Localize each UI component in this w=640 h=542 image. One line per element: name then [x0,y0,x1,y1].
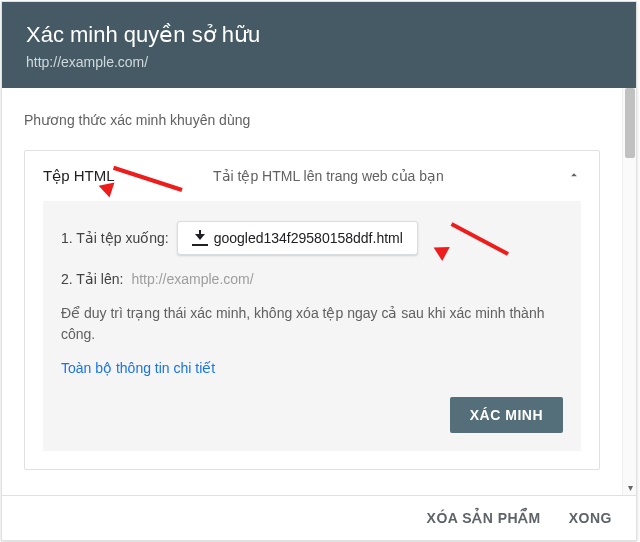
vertical-scrollbar[interactable]: ▾ [622,88,636,495]
verify-button[interactable]: XÁC MINH [450,397,563,433]
html-file-method-panel: Tệp HTML Tải tệp HTML lên trang web của … [24,150,600,470]
dialog-header: Xác minh quyền sở hữu http://example.com… [2,2,636,88]
step-2: 2. Tải lên: http://example.com/ [61,271,563,287]
step-1-label: 1. Tải tệp xuống: [61,230,169,246]
body-wrap: Phương thức xác minh khuyên dùng Tệp HTM… [2,88,636,495]
dialog-site-url: http://example.com/ [26,54,612,70]
dialog-body: Phương thức xác minh khuyên dùng Tệp HTM… [2,88,622,495]
method-panel-wrapper: Tệp HTML Tải tệp HTML lên trang web của … [24,150,600,470]
panel-title: Tệp HTML [43,167,213,185]
panel-header[interactable]: Tệp HTML Tải tệp HTML lên trang web của … [25,151,599,201]
download-filename: googled134f29580158ddf.html [214,230,403,246]
dialog-footer: XÓA SẢN PHẨM XONG [2,495,636,540]
download-icon [192,230,208,246]
panel-subtitle: Tải tệp HTML lên trang web của bạn [213,168,567,184]
scrollbar-thumb[interactable] [625,88,635,158]
full-details-link[interactable]: Toàn bộ thông tin chi tiết [61,360,215,376]
scroll-down-icon[interactable]: ▾ [625,482,635,493]
step-2-label: 2. Tải lên: [61,271,123,287]
chevron-up-icon [567,168,581,185]
upload-target-url: http://example.com/ [131,271,253,287]
keep-file-note: Để duy trì trạng thái xác minh, không xó… [61,303,563,345]
step-1: 1. Tải tệp xuống: googled134f29580158ddf… [61,221,563,255]
dialog-title: Xác minh quyền sở hữu [26,22,612,48]
panel-body: 1. Tải tệp xuống: googled134f29580158ddf… [43,201,581,451]
verify-row: XÁC MINH [61,397,563,433]
download-file-button[interactable]: googled134f29580158ddf.html [177,221,418,255]
remove-property-button[interactable]: XÓA SẢN PHẨM [427,510,541,526]
verify-ownership-dialog: Xác minh quyền sở hữu http://example.com… [1,1,637,541]
done-button[interactable]: XONG [569,510,612,526]
recommended-method-label: Phương thức xác minh khuyên dùng [24,112,600,128]
